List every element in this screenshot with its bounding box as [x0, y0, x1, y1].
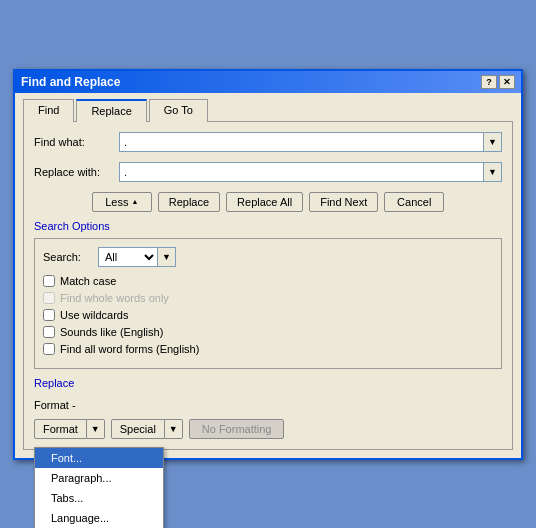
replace-button[interactable]: Replace	[158, 192, 220, 212]
replace-with-dropdown[interactable]: ▼	[484, 162, 502, 182]
search-select-arrow[interactable]: ▼	[158, 247, 176, 267]
title-bar-buttons: ? ✕	[481, 75, 515, 89]
tab-goto[interactable]: Go To	[149, 99, 208, 122]
tab-content: Find what: ▼ Replace with: ▼ Less Replac…	[23, 121, 513, 450]
replace-with-label: Replace with:	[34, 166, 119, 178]
match-case-checkbox[interactable]	[43, 275, 55, 287]
replace-with-input[interactable]	[119, 162, 484, 182]
format-dropdown-arrow[interactable]: ▼	[87, 419, 105, 439]
special-button[interactable]: Special	[111, 419, 165, 439]
less-button[interactable]: Less	[92, 192, 152, 212]
find-what-row: Find what: ▼	[34, 132, 502, 152]
format-text-label: Format -	[34, 399, 76, 411]
search-options-link[interactable]: Search Options	[34, 220, 502, 238]
title-bar: Find and Replace ? ✕	[15, 71, 521, 93]
search-options-area: Search: All Up Down ▼ Match case	[34, 238, 502, 369]
close-button[interactable]: ✕	[499, 75, 515, 89]
menu-item-paragraph[interactable]: Paragraph...	[35, 468, 163, 488]
find-whole-words-checkbox[interactable]	[43, 292, 55, 304]
format-row: Format -	[34, 399, 502, 411]
sounds-like-label: Sounds like (English)	[60, 326, 163, 338]
search-row: Search: All Up Down ▼	[43, 247, 493, 267]
replace-label[interactable]: Replace	[34, 377, 74, 389]
dialog-body: Find Replace Go To Find what: ▼ Replace …	[15, 93, 521, 458]
replace-with-row: Replace with: ▼	[34, 162, 502, 182]
main-buttons-row: Less Replace Replace All Find Next Cance…	[34, 192, 502, 212]
menu-item-tabs[interactable]: Tabs...	[35, 488, 163, 508]
dialog-title: Find and Replace	[21, 75, 120, 89]
word-forms-checkbox[interactable]	[43, 343, 55, 355]
find-next-button[interactable]: Find Next	[309, 192, 378, 212]
cancel-button[interactable]: Cancel	[384, 192, 444, 212]
match-case-row: Match case	[43, 275, 493, 287]
wildcards-label: Use wildcards	[60, 309, 128, 321]
special-dropdown-arrow[interactable]: ▼	[165, 419, 183, 439]
find-whole-words-row: Find whole words only	[43, 292, 493, 304]
find-whole-words-label: Find whole words only	[60, 292, 169, 304]
find-what-label: Find what:	[34, 136, 119, 148]
search-select-wrap: All Up Down ▼	[98, 247, 176, 267]
menu-item-font[interactable]: Font...	[35, 448, 163, 468]
menu-item-language[interactable]: Language...	[35, 508, 163, 528]
help-button[interactable]: ?	[481, 75, 497, 89]
sounds-like-row: Sounds like (English)	[43, 326, 493, 338]
no-formatting-button[interactable]: No Formatting	[189, 419, 285, 439]
word-forms-label: Find all word forms (English)	[60, 343, 199, 355]
format-dropdown-menu: Font... Paragraph... Tabs... Language...…	[34, 447, 164, 529]
find-what-input[interactable]	[119, 132, 484, 152]
replace-section: Replace	[34, 377, 502, 395]
wildcards-row: Use wildcards	[43, 309, 493, 321]
search-select[interactable]: All Up Down	[98, 247, 158, 267]
search-options-label: Search Options	[34, 220, 110, 232]
replace-with-input-wrap: ▼	[119, 162, 502, 182]
tab-replace[interactable]: Replace	[76, 99, 146, 122]
wildcards-checkbox[interactable]	[43, 309, 55, 321]
special-button-group: Special ▼	[111, 419, 183, 439]
find-what-input-wrap: ▼	[119, 132, 502, 152]
search-label: Search:	[43, 251, 98, 263]
word-forms-row: Find all word forms (English)	[43, 343, 493, 355]
replace-all-button[interactable]: Replace All	[226, 192, 303, 212]
tabs: Find Replace Go To	[23, 99, 513, 122]
format-button[interactable]: Format	[34, 419, 87, 439]
format-button-group: Format ▼ Font... Paragraph... Tabs... La…	[34, 419, 105, 439]
tab-find[interactable]: Find	[23, 99, 74, 122]
bottom-buttons-row: Format ▼ Font... Paragraph... Tabs... La…	[34, 419, 502, 439]
find-what-dropdown[interactable]: ▼	[484, 132, 502, 152]
find-replace-dialog: Find and Replace ? ✕ Find Replace Go To …	[13, 69, 523, 460]
match-case-label: Match case	[60, 275, 116, 287]
sounds-like-checkbox[interactable]	[43, 326, 55, 338]
